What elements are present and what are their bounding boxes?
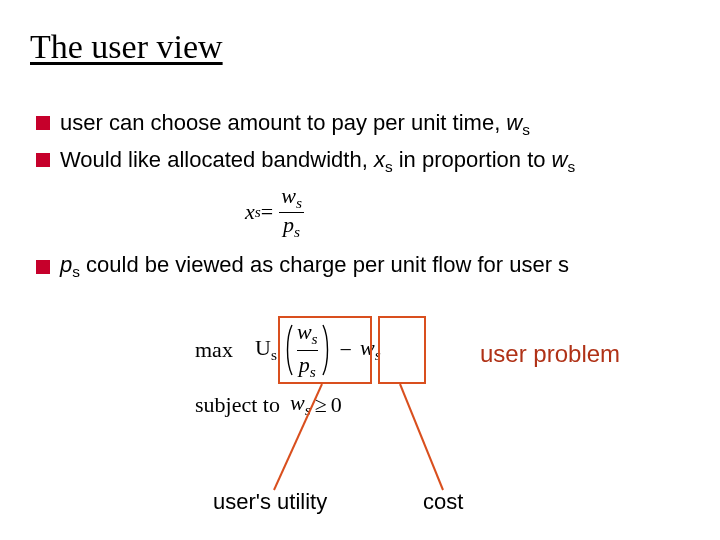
bullet-2-var2: w bbox=[552, 147, 568, 172]
opt-constraint: subject to ws ≥ 0 bbox=[195, 390, 381, 419]
bullet-1-sub: s bbox=[522, 121, 530, 138]
bullet-2: Would like allocated bandwidth, xs in pr… bbox=[36, 145, 686, 178]
opt-U: Us bbox=[255, 335, 277, 364]
opt-cons-sub: s bbox=[305, 401, 311, 418]
eq1-num-var: w bbox=[281, 183, 296, 208]
bullet-3-text: ps could be viewed as charge per unit fl… bbox=[60, 252, 686, 281]
opt-subject: subject to bbox=[195, 392, 280, 418]
bullet-marker-icon bbox=[36, 153, 50, 167]
eq1-equals: = bbox=[261, 199, 273, 225]
bullet-1-pre: user can choose amount to pay per unit t… bbox=[60, 110, 506, 135]
bullet-1-text: user can choose amount to pay per unit t… bbox=[60, 108, 686, 141]
eq1-lhs-var: x bbox=[245, 199, 255, 225]
eq1-den-sub: s bbox=[294, 223, 300, 240]
label-user-problem: user problem bbox=[480, 340, 620, 368]
svg-line-1 bbox=[400, 384, 443, 490]
label-cost: cost bbox=[423, 489, 463, 515]
bullet-3-var: p bbox=[60, 252, 72, 277]
bullet-3-tail: could be viewed as charge per unit flow … bbox=[80, 252, 569, 277]
bullet-marker-icon bbox=[36, 116, 50, 130]
bullet-2-text: Would like allocated bandwidth, xs in pr… bbox=[60, 145, 686, 178]
bullet-3-sub: s bbox=[72, 263, 80, 280]
equation-xs: xs = ws ps bbox=[245, 185, 310, 240]
bullet-1-var: w bbox=[506, 110, 522, 135]
opt-U-letter: U bbox=[255, 335, 271, 360]
bullet-2-mid: in proportion to bbox=[393, 147, 552, 172]
bullet-marker-icon bbox=[36, 260, 50, 274]
bullet-1: user can choose amount to pay per unit t… bbox=[36, 108, 686, 141]
opt-zero: 0 bbox=[331, 392, 342, 418]
eq1-den: ps bbox=[279, 212, 304, 240]
slide-title: The user view bbox=[30, 28, 223, 66]
eq1-fraction: ws ps bbox=[277, 185, 306, 240]
bullet-2-var1: x bbox=[374, 147, 385, 172]
bullet-3: ps could be viewed as charge per unit fl… bbox=[36, 252, 686, 281]
opt-cons-left: ws bbox=[290, 390, 311, 419]
bullet-list-1: user can choose amount to pay per unit t… bbox=[36, 108, 686, 182]
bullet-list-2: ps could be viewed as charge per unit fl… bbox=[36, 252, 686, 285]
eq1-den-var: p bbox=[283, 212, 294, 237]
highlight-box-utility bbox=[278, 316, 372, 384]
highlight-box-cost bbox=[378, 316, 426, 384]
bullet-2-pre: Would like allocated bandwidth, bbox=[60, 147, 374, 172]
label-users-utility: user's utility bbox=[213, 489, 327, 515]
opt-max: max bbox=[195, 337, 255, 363]
bullet-2-sub2: s bbox=[567, 159, 575, 176]
opt-ge: ≥ bbox=[315, 392, 327, 418]
eq1-num-sub: s bbox=[296, 194, 302, 211]
eq1-num: ws bbox=[277, 185, 306, 212]
opt-cons-var: w bbox=[290, 390, 305, 415]
bullet-2-sub1: s bbox=[385, 159, 393, 176]
opt-U-sub: s bbox=[271, 347, 277, 364]
slide: The user view user can choose amount to … bbox=[0, 0, 720, 540]
